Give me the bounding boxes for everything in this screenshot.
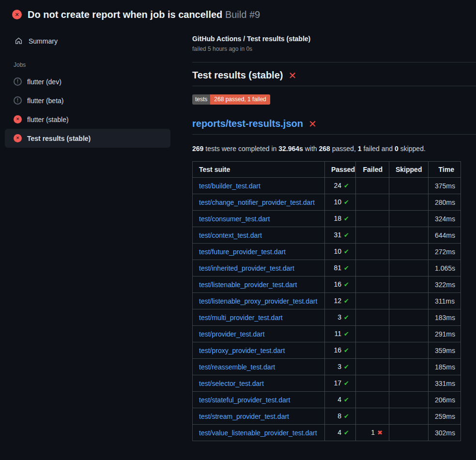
skipped-cell xyxy=(389,244,429,260)
suite-cell: test/provider_test.dart xyxy=(193,326,325,342)
skipped-cell xyxy=(389,194,429,211)
skipped-count: 0 xyxy=(395,145,399,153)
suite-link[interactable]: test/reassemble_test.dart xyxy=(199,363,275,371)
skipped-cell xyxy=(389,375,429,392)
skipped-cell xyxy=(389,309,429,326)
job-label: flutter (dev) xyxy=(27,78,61,86)
check-icon: ✔ xyxy=(344,429,349,436)
badge-label: tests xyxy=(192,94,210,105)
suite-cell: test/future_provider_test.dart xyxy=(193,244,325,260)
skipped-cell xyxy=(389,178,429,194)
suite-link[interactable]: test/consumer_test.dart xyxy=(199,215,270,223)
suite-link[interactable]: test/proxy_provider_test.dart xyxy=(199,347,285,354)
suite-link[interactable]: test/change_notifier_provider_test.dart xyxy=(199,199,315,206)
neutral-status-icon: ! xyxy=(14,96,22,105)
failed-cell xyxy=(356,309,389,326)
time-value: 375ms xyxy=(435,182,455,190)
skipped-cell xyxy=(389,408,429,425)
check-run-header: ✕ Do not create report when job is cance… xyxy=(0,0,476,27)
suite-cell: test/value_listenable_provider_test.dart xyxy=(193,425,325,441)
suite-cell: test/listenable_provider_test.dart xyxy=(193,276,325,293)
passed-cell: 24✔ xyxy=(325,178,356,194)
failed-status-icon: ✕ xyxy=(14,134,22,142)
passed-value: 3 xyxy=(338,313,341,321)
passed-cell: 11✔ xyxy=(325,326,356,342)
suite-link[interactable]: test/provider_test.dart xyxy=(199,330,264,338)
time-value: 259ms xyxy=(435,413,455,420)
suite-link[interactable]: test/multi_provider_test.dart xyxy=(199,314,283,322)
sidebar-item-job[interactable]: ✕Test results (stable) xyxy=(5,129,170,148)
failed-cell xyxy=(356,293,389,309)
sidebar-item-job[interactable]: !flutter (beta) xyxy=(5,91,170,110)
time-cell: 644ms xyxy=(429,227,461,244)
suite-link[interactable]: test/future_provider_test.dart xyxy=(199,248,286,256)
table-row: test/value_listenable_provider_test.dart… xyxy=(193,425,461,441)
column-header: Passed xyxy=(325,162,356,178)
table-row: test/builder_test.dart24✔375ms xyxy=(193,178,461,194)
suite-link[interactable]: test/builder_test.dart xyxy=(199,182,261,190)
check-icon: ✔ xyxy=(344,281,349,288)
skipped-cell xyxy=(389,359,429,375)
home-icon xyxy=(15,37,23,45)
suite-cell: test/stateful_provider_test.dart xyxy=(193,392,325,408)
check-icon: ✔ xyxy=(344,231,349,239)
column-header: Test suite xyxy=(193,162,325,178)
sidebar-item-job[interactable]: ✕flutter (stable) xyxy=(5,110,170,129)
skipped-cell xyxy=(389,342,429,359)
failed-status-icon: ✕ xyxy=(12,10,22,19)
time-cell: 324ms xyxy=(429,211,461,227)
failed-status-icon: ✕ xyxy=(14,115,22,123)
suite-link[interactable]: test/context_test.dart xyxy=(199,231,262,239)
check-icon: ✔ xyxy=(344,363,349,370)
failed-cell xyxy=(356,375,389,392)
suite-link[interactable]: test/stateful_provider_test.dart xyxy=(199,396,290,404)
passed-value: 11 xyxy=(335,330,342,337)
check-icon: ✔ xyxy=(344,347,349,354)
report-file-link[interactable]: reports/test-results.json xyxy=(192,118,303,129)
skipped-cell xyxy=(389,392,429,408)
suite-cell: test/change_notifier_provider_test.dart xyxy=(193,194,325,211)
table-row: test/provider_test.dart11✔291ms xyxy=(193,326,461,342)
neutral-status-icon: ! xyxy=(14,77,22,86)
cross-icon: ✖ xyxy=(377,429,383,436)
suite-cell: test/proxy_provider_test.dart xyxy=(193,342,325,359)
summary-line: 269 tests were completed in 32.964s with… xyxy=(192,145,476,153)
check-icon: ✔ xyxy=(344,264,349,272)
failed-x-icon: ✕ xyxy=(308,119,317,129)
failed-cell xyxy=(356,211,389,227)
passed-value: 17 xyxy=(334,379,342,387)
failed-cell xyxy=(356,194,389,211)
suite-link[interactable]: test/value_listenable_provider_test.dart xyxy=(199,429,317,437)
suite-cell: test/listenable_proxy_provider_test.dart xyxy=(193,293,325,309)
failed-cell xyxy=(356,342,389,359)
suite-link[interactable]: test/stream_provider_test.dart xyxy=(199,413,289,420)
time-cell: 206ms xyxy=(429,392,461,408)
time-value: 311ms xyxy=(435,297,455,305)
summary-text: skipped. xyxy=(399,145,426,153)
suite-cell: test/builder_test.dart xyxy=(193,178,325,194)
failed-cell xyxy=(356,260,389,276)
suite-link[interactable]: test/listenable_proxy_provider_test.dart xyxy=(199,297,317,305)
suite-link[interactable]: test/listenable_provider_test.dart xyxy=(199,281,297,289)
check-icon: ✔ xyxy=(344,215,349,222)
skipped-cell xyxy=(389,326,429,342)
failed-cell xyxy=(356,227,389,244)
check-icon: ✔ xyxy=(344,330,349,337)
job-label: flutter (stable) xyxy=(27,116,69,123)
suite-cell: test/stream_provider_test.dart xyxy=(193,408,325,425)
time-cell: 280ms xyxy=(429,194,461,211)
time-cell: 302ms xyxy=(429,425,461,441)
sidebar-item-job[interactable]: !flutter (dev) xyxy=(5,72,170,91)
table-row: test/inherited_provider_test.dart81✔1.06… xyxy=(193,260,461,276)
table-row: test/consumer_test.dart18✔324ms xyxy=(193,211,461,227)
passed-cell: 16✔ xyxy=(325,276,356,293)
table-row: test/multi_provider_test.dart3✔183ms xyxy=(193,309,461,326)
time-value: 206ms xyxy=(435,396,455,404)
passed-count: 268 xyxy=(319,145,330,153)
suite-link[interactable]: test/inherited_provider_test.dart xyxy=(199,264,294,272)
suite-link[interactable]: test/selector_test.dart xyxy=(199,380,264,387)
failed-cell: 1✖ xyxy=(356,425,389,441)
time-cell: 1.065s xyxy=(429,260,461,276)
passed-cell: 4✔ xyxy=(325,425,356,441)
sidebar-item-summary[interactable]: Summary xyxy=(5,33,170,49)
